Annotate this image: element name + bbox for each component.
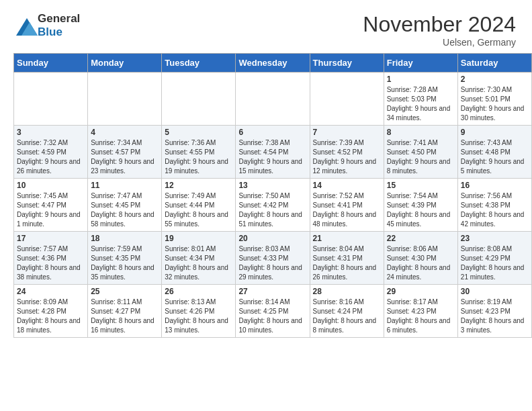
sunrise: Sunrise: 7:56 AM: [461, 191, 529, 201]
day-number: 20: [238, 234, 306, 243]
logo-text: General Blue: [38, 12, 80, 39]
sunrise: Sunrise: 7:36 AM: [165, 138, 232, 148]
day-number: 11: [91, 181, 159, 190]
daylight: Daylight: 8 hours and 38 minutes.: [17, 263, 85, 282]
calendar-cell: 6 Sunrise: 7:38 AM Sunset: 4:54 PM Dayli…: [236, 126, 310, 179]
calendar-header-row: Sunday Monday Tuesday Wednesday Thursday…: [14, 54, 532, 73]
calendar-cell: 24 Sunrise: 8:09 AM Sunset: 4:28 PM Dayl…: [14, 285, 88, 338]
calendar-cell: 11 Sunrise: 7:47 AM Sunset: 4:45 PM Dayl…: [88, 179, 162, 232]
sunset: Sunset: 4:35 PM: [91, 254, 159, 263]
sunset: Sunset: 4:29 PM: [461, 254, 529, 263]
day-info: Sunrise: 8:16 AM Sunset: 4:24 PM Dayligh…: [313, 298, 381, 335]
day-number: 13: [238, 181, 306, 190]
sunrise: Sunrise: 7:54 AM: [387, 191, 455, 201]
sunset: Sunset: 4:23 PM: [387, 307, 455, 316]
sunset: Sunset: 4:36 PM: [17, 254, 85, 263]
sunrise: Sunrise: 7:59 AM: [91, 244, 159, 254]
sunset: Sunset: 4:50 PM: [387, 148, 455, 157]
sunrise: Sunrise: 7:50 AM: [238, 191, 306, 201]
sunrise: Sunrise: 8:11 AM: [91, 298, 159, 307]
daylight: Daylight: 8 hours and 13 minutes.: [165, 316, 232, 335]
sunset: Sunset: 4:28 PM: [17, 307, 85, 316]
sunrise: Sunrise: 7:43 AM: [461, 138, 529, 148]
day-number: 29: [387, 287, 455, 296]
calendar-cell: 29 Sunrise: 8:17 AM Sunset: 4:23 PM Dayl…: [384, 285, 457, 338]
day-number: 2: [461, 75, 529, 84]
calendar-cell: 22 Sunrise: 8:06 AM Sunset: 4:30 PM Dayl…: [384, 232, 457, 285]
page-header: General Blue November 2024 Uelsen, Germa…: [0, 0, 532, 53]
calendar-cell: [236, 73, 310, 126]
day-number: 8: [387, 128, 455, 137]
calendar-cell: 9 Sunrise: 7:43 AM Sunset: 4:48 PM Dayli…: [457, 126, 531, 179]
sunset: Sunset: 4:38 PM: [461, 201, 529, 210]
calendar-cell: 30 Sunrise: 8:19 AM Sunset: 4:23 PM Dayl…: [457, 285, 531, 338]
daylight: Daylight: 8 hours and 58 minutes.: [91, 210, 159, 229]
sunset: Sunset: 4:23 PM: [461, 307, 529, 316]
sunset: Sunset: 4:59 PM: [17, 148, 85, 157]
day-info: Sunrise: 8:06 AM Sunset: 4:30 PM Dayligh…: [387, 244, 455, 282]
sunrise: Sunrise: 7:57 AM: [17, 244, 85, 254]
sunset: Sunset: 4:44 PM: [165, 201, 232, 210]
day-number: 23: [461, 234, 529, 243]
day-info: Sunrise: 7:47 AM Sunset: 4:45 PM Dayligh…: [91, 191, 159, 229]
sunrise: Sunrise: 7:38 AM: [238, 138, 306, 148]
calendar-week-3: 10 Sunrise: 7:45 AM Sunset: 4:47 PM Dayl…: [14, 179, 532, 232]
daylight: Daylight: 8 hours and 35 minutes.: [91, 263, 159, 282]
calendar-cell: 10 Sunrise: 7:45 AM Sunset: 4:47 PM Dayl…: [14, 179, 88, 232]
day-number: 15: [387, 181, 455, 190]
daylight: Daylight: 8 hours and 21 minutes.: [461, 263, 529, 282]
daylight: Daylight: 8 hours and 32 minutes.: [165, 263, 232, 282]
sunset: Sunset: 4:26 PM: [165, 307, 232, 316]
daylight: Daylight: 8 hours and 55 minutes.: [165, 210, 232, 229]
daylight: Daylight: 9 hours and 12 minutes.: [313, 157, 381, 176]
day-number: 24: [17, 287, 85, 296]
sunset: Sunset: 4:34 PM: [165, 254, 232, 263]
calendar-cell: [14, 73, 88, 126]
logo: General Blue: [16, 12, 80, 39]
calendar-cell: [88, 73, 162, 126]
day-number: 25: [91, 287, 159, 296]
day-info: Sunrise: 8:17 AM Sunset: 4:23 PM Dayligh…: [387, 298, 455, 335]
col-sunday: Sunday: [14, 54, 88, 73]
day-number: 26: [165, 287, 232, 296]
sunrise: Sunrise: 7:28 AM: [387, 85, 455, 95]
calendar-cell: 23 Sunrise: 8:08 AM Sunset: 4:29 PM Dayl…: [457, 232, 531, 285]
sunset: Sunset: 5:01 PM: [461, 95, 529, 104]
day-info: Sunrise: 8:14 AM Sunset: 4:25 PM Dayligh…: [238, 298, 306, 335]
daylight: Daylight: 9 hours and 26 minutes.: [17, 157, 85, 176]
calendar-week-5: 24 Sunrise: 8:09 AM Sunset: 4:28 PM Dayl…: [14, 285, 532, 338]
sunset: Sunset: 4:39 PM: [387, 201, 455, 210]
day-info: Sunrise: 7:32 AM Sunset: 4:59 PM Dayligh…: [17, 138, 85, 176]
sunrise: Sunrise: 8:19 AM: [461, 298, 529, 307]
day-info: Sunrise: 7:28 AM Sunset: 5:03 PM Dayligh…: [387, 85, 455, 123]
sunrise: Sunrise: 7:41 AM: [387, 138, 455, 148]
calendar-cell: 25 Sunrise: 8:11 AM Sunset: 4:27 PM Dayl…: [88, 285, 162, 338]
daylight: Daylight: 9 hours and 19 minutes.: [165, 157, 232, 176]
day-number: 28: [313, 287, 381, 296]
day-number: 22: [387, 234, 455, 243]
day-info: Sunrise: 7:30 AM Sunset: 5:01 PM Dayligh…: [461, 85, 529, 123]
calendar-cell: 14 Sunrise: 7:52 AM Sunset: 4:41 PM Dayl…: [310, 179, 384, 232]
calendar-cell: 21 Sunrise: 8:04 AM Sunset: 4:31 PM Dayl…: [310, 232, 384, 285]
day-number: 18: [91, 234, 159, 243]
sunrise: Sunrise: 7:45 AM: [17, 191, 85, 201]
day-info: Sunrise: 7:38 AM Sunset: 4:54 PM Dayligh…: [238, 138, 306, 176]
sunset: Sunset: 4:55 PM: [165, 148, 232, 157]
calendar-cell: 1 Sunrise: 7:28 AM Sunset: 5:03 PM Dayli…: [384, 73, 457, 126]
sunset: Sunset: 4:25 PM: [238, 307, 306, 316]
day-info: Sunrise: 8:09 AM Sunset: 4:28 PM Dayligh…: [17, 298, 85, 335]
calendar-table: Sunday Monday Tuesday Wednesday Thursday…: [13, 53, 532, 338]
calendar-cell: 28 Sunrise: 8:16 AM Sunset: 4:24 PM Dayl…: [310, 285, 384, 338]
calendar-cell: 17 Sunrise: 7:57 AM Sunset: 4:36 PM Dayl…: [14, 232, 88, 285]
daylight: Daylight: 8 hours and 3 minutes.: [461, 316, 529, 335]
daylight: Daylight: 9 hours and 23 minutes.: [91, 157, 159, 176]
day-number: 6: [238, 128, 306, 137]
calendar-cell: 3 Sunrise: 7:32 AM Sunset: 4:59 PM Dayli…: [14, 126, 88, 179]
daylight: Daylight: 9 hours and 34 minutes.: [387, 104, 455, 123]
day-info: Sunrise: 7:57 AM Sunset: 4:36 PM Dayligh…: [17, 244, 85, 282]
day-info: Sunrise: 7:34 AM Sunset: 4:57 PM Dayligh…: [91, 138, 159, 176]
day-info: Sunrise: 8:19 AM Sunset: 4:23 PM Dayligh…: [461, 298, 529, 335]
sunset: Sunset: 4:30 PM: [387, 254, 455, 263]
day-number: 9: [461, 128, 529, 137]
day-info: Sunrise: 7:49 AM Sunset: 4:44 PM Dayligh…: [165, 191, 232, 229]
